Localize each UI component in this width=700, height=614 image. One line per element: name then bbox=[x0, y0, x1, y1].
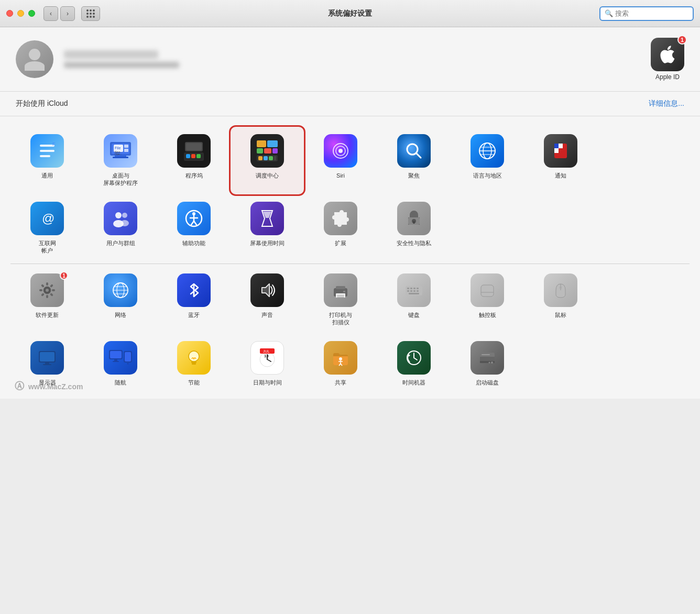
minimize-button[interactable] bbox=[17, 10, 24, 17]
section-divider-1 bbox=[10, 264, 690, 264]
search-icon: 🔍 bbox=[605, 9, 613, 17]
time-machine-label: 时间机器 bbox=[402, 379, 425, 386]
icloud-detail-link[interactable]: 详细信息... bbox=[649, 99, 684, 108]
grid-view-button[interactable] bbox=[81, 6, 100, 21]
svg-rect-69 bbox=[50, 284, 53, 288]
datetime-label: 日期与时间 bbox=[253, 379, 282, 386]
pref-mission-control[interactable]: 调度中心 bbox=[231, 127, 304, 194]
pref-security[interactable]: 安全性与隐私 bbox=[377, 194, 451, 262]
svg-rect-2 bbox=[40, 155, 50, 157]
svg-line-131 bbox=[414, 358, 417, 360]
svg-point-115 bbox=[189, 351, 199, 361]
pref-software-update[interactable]: 1 bbox=[10, 266, 84, 334]
profile-section: 1 Apple ID bbox=[0, 27, 700, 92]
pref-sound[interactable]: 声音 bbox=[231, 266, 304, 334]
traffic-lights bbox=[6, 10, 35, 17]
pref-accessibility[interactable]: 辅助功能 bbox=[157, 194, 231, 262]
mission-control-label: 调度中心 bbox=[256, 172, 279, 179]
svg-line-37 bbox=[416, 153, 421, 158]
sound-label: 声音 bbox=[261, 311, 273, 319]
accessibility-label: 辅助功能 bbox=[182, 239, 205, 247]
back-button[interactable]: ‹ bbox=[43, 6, 58, 21]
energy-icon-svg bbox=[183, 347, 204, 368]
apple-id-section[interactable]: 1 Apple ID bbox=[651, 38, 684, 81]
mouse-label: 鼠标 bbox=[555, 311, 566, 319]
pref-display[interactable]: 显示器 bbox=[10, 334, 84, 393]
svg-rect-92 bbox=[410, 288, 412, 289]
forward-button[interactable]: › bbox=[60, 6, 75, 21]
svg-rect-30 bbox=[264, 156, 268, 160]
language-label: 语言与地区 bbox=[473, 172, 502, 179]
software-update-icon bbox=[30, 273, 64, 307]
desktop-label: 桌面与屏幕保护程序 bbox=[103, 172, 138, 187]
pref-bluetooth[interactable]: 蓝牙 bbox=[157, 266, 231, 334]
titlebar: ‹ › 系统偏好设置 🔍 bbox=[0, 0, 700, 27]
pref-network[interactable]: 网络 bbox=[84, 266, 157, 334]
search-box[interactable]: 🔍 bbox=[599, 6, 694, 21]
svg-text:@: @ bbox=[42, 211, 54, 225]
pref-energy[interactable]: 节能 bbox=[157, 334, 231, 393]
security-icon-svg bbox=[403, 208, 424, 229]
pref-desktop[interactable]: File New... Ope... 桌面与屏幕保护程序 bbox=[84, 127, 157, 194]
avatar[interactable] bbox=[16, 40, 53, 78]
svg-point-138 bbox=[489, 361, 490, 363]
security-icon bbox=[397, 202, 431, 235]
pref-general[interactable]: F 通用 bbox=[10, 127, 84, 194]
svg-rect-44 bbox=[554, 144, 559, 148]
svg-rect-109 bbox=[110, 351, 122, 358]
svg-rect-98 bbox=[417, 290, 419, 292]
search-input[interactable] bbox=[615, 9, 688, 17]
users-groups-icon-svg bbox=[110, 208, 131, 229]
pref-dock[interactable]: 程序坞 bbox=[157, 127, 231, 194]
software-update-icon-svg bbox=[37, 280, 58, 301]
svg-point-124 bbox=[339, 357, 342, 360]
pref-internet-accounts[interactable]: @ 互联网帐户 bbox=[10, 194, 84, 262]
svg-rect-94 bbox=[417, 288, 419, 289]
pref-language[interactable]: 语言与地区 bbox=[451, 127, 524, 194]
dock-icon bbox=[177, 134, 211, 168]
apple-logo-icon bbox=[657, 44, 678, 65]
pref-datetime[interactable]: JUL 18 日期与时间 bbox=[231, 334, 304, 393]
svg-point-67 bbox=[46, 289, 49, 292]
pref-spotlight[interactable]: 聚焦 bbox=[377, 127, 451, 194]
language-icon-svg bbox=[477, 140, 498, 161]
bluetooth-icon bbox=[177, 273, 211, 307]
startup-disk-icon bbox=[471, 341, 504, 375]
internet-accounts-icon-svg: @ bbox=[37, 208, 58, 229]
svg-rect-17 bbox=[186, 154, 190, 158]
svg-rect-136 bbox=[482, 354, 490, 355]
pref-printers[interactable]: 打印机与扫描仪 bbox=[304, 266, 377, 334]
pref-keyboard[interactable]: 键盘 bbox=[377, 266, 451, 334]
pref-notification[interactable]: 通知 bbox=[524, 127, 597, 194]
pref-time-machine[interactable]: 时间机器 bbox=[377, 334, 451, 393]
bluetooth-icon-svg bbox=[183, 280, 204, 301]
pref-extensions[interactable]: 扩展 bbox=[304, 194, 377, 262]
icons-row-4: 显示器 随航 bbox=[10, 334, 690, 393]
time-machine-icon-svg bbox=[403, 347, 424, 368]
pref-users-groups[interactable]: 用户与群组 bbox=[84, 194, 157, 262]
pref-sharing[interactable]: 共享 bbox=[304, 334, 377, 393]
svg-rect-91 bbox=[407, 288, 409, 289]
pref-screen-time[interactable]: 屏幕使用时间 bbox=[231, 194, 304, 262]
close-button[interactable] bbox=[6, 10, 13, 17]
svg-rect-95 bbox=[407, 290, 409, 292]
pref-mouse[interactable]: 鼠标 bbox=[524, 266, 597, 334]
startup-disk-icon-svg bbox=[477, 347, 498, 368]
svg-rect-25 bbox=[257, 148, 263, 154]
pref-sidecar[interactable]: 随航 bbox=[84, 334, 157, 393]
printers-icon-svg bbox=[330, 280, 351, 301]
time-machine-icon bbox=[397, 341, 431, 375]
general-label: 通用 bbox=[41, 172, 53, 179]
notification-icon bbox=[544, 134, 577, 168]
apple-id-icon[interactable]: 1 bbox=[651, 38, 684, 71]
svg-rect-68 bbox=[46, 282, 48, 286]
svg-rect-27 bbox=[272, 148, 278, 154]
language-icon bbox=[471, 134, 504, 168]
pref-startup-disk[interactable]: 启动磁盘 bbox=[451, 334, 524, 393]
energy-label: 节能 bbox=[188, 379, 200, 386]
maximize-button[interactable] bbox=[28, 10, 35, 17]
svg-rect-107 bbox=[43, 364, 51, 365]
pref-trackpad[interactable]: 触控板 bbox=[451, 266, 524, 334]
pref-siri[interactable]: Siri bbox=[304, 127, 377, 194]
svg-rect-113 bbox=[125, 352, 131, 361]
